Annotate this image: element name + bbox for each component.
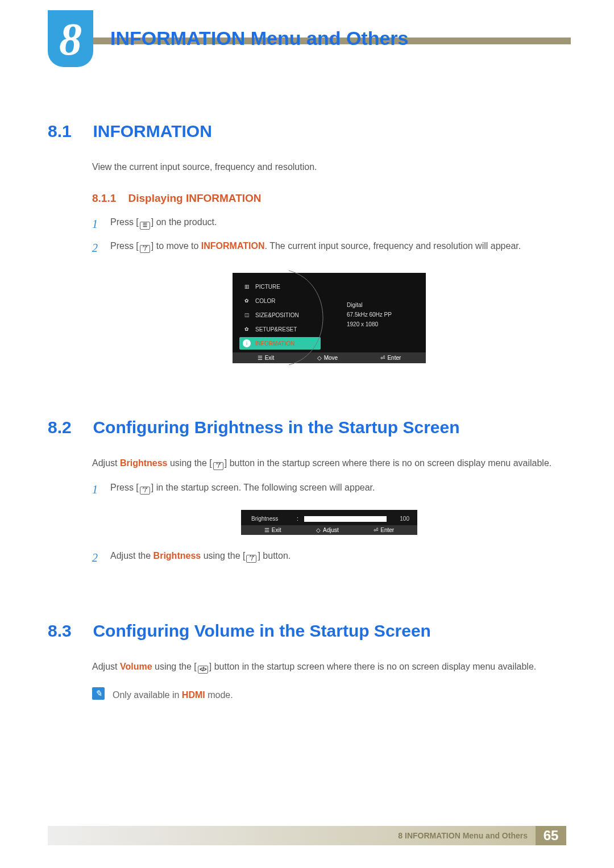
section-number: 8.1	[48, 122, 90, 141]
note: ✎ Only available in HDMI mode.	[92, 687, 566, 702]
section-title: Configuring Volume in the Startup Screen	[93, 621, 430, 641]
size-icon: ◫	[243, 311, 251, 319]
setup-icon: ✿	[243, 325, 251, 333]
enter-icon: ⏎	[380, 355, 385, 361]
section-8-2: 8.2 Configuring Brightness in the Startu…	[48, 418, 566, 567]
step-2: 2 Press [˄/˅] to move to INFORMATION. Th…	[92, 239, 566, 257]
page-number: 65	[536, 826, 566, 845]
brightness-bar	[304, 516, 387, 522]
subsection-title: Displaying INFORMATION	[128, 192, 262, 204]
brightness-label: Brightness	[251, 516, 291, 522]
info-icon: i	[243, 339, 251, 347]
section-description: View the current input source, frequency…	[92, 160, 566, 174]
section-8-1: 8.1 INFORMATION View the current input s…	[48, 122, 566, 363]
section-description: Adjust Volume using the [</>] button in …	[92, 660, 566, 674]
color-icon: ✿	[243, 297, 251, 305]
menu-icon: ☰	[264, 527, 269, 533]
page-footer: 8 INFORMATION Menu and Others 65	[48, 826, 566, 845]
diamond-icon: ◇	[316, 527, 321, 533]
updown-button-icon: ˄/˅	[213, 462, 223, 470]
osd-menu-figure: ▥PICTURE ✿COLOR ◫SIZE&POSITION ✿SETUP&RE…	[233, 273, 426, 363]
section-title: INFORMATION	[93, 122, 211, 141]
section-8-3: 8.3 Configuring Volume in the Startup Sc…	[48, 621, 566, 702]
section-description: Adjust Brightness using the [˄/˅] button…	[92, 456, 566, 470]
picture-icon: ▥	[243, 283, 251, 290]
menu-icon: ☰	[258, 355, 263, 361]
leftright-button-icon: </>	[198, 666, 208, 674]
updown-button-icon: ˄/˅	[246, 555, 256, 563]
step-1: 1 Press [☰] on the product.	[92, 215, 566, 233]
osd-arc-decoration	[283, 268, 358, 399]
subsection-heading: 8.1.1 Displaying INFORMATION	[92, 192, 566, 205]
menu-button-icon: ☰	[140, 222, 150, 230]
chapter-title: INFORMATION Menu and Others	[110, 27, 408, 49]
footer-text: 8 INFORMATION Menu and Others	[398, 831, 528, 840]
step-2: 2 Adjust the Brightness using the [˄/˅] …	[92, 549, 566, 567]
brightness-osd-figure: Brightness : 100 ☰Exit ◇Adjust ⏎Enter	[241, 510, 417, 535]
updown-button-icon: ˄/˅	[140, 487, 150, 495]
subsection-number: 8.1.1	[92, 192, 116, 204]
brightness-osd-footer: ☰Exit ◇Adjust ⏎Enter	[241, 525, 417, 535]
brightness-value: 100	[392, 516, 409, 522]
page-header: 8 INFORMATION Menu and Others	[0, 10, 614, 67]
section-number: 8.3	[48, 621, 90, 641]
section-number: 8.2	[48, 418, 90, 437]
enter-icon: ⏎	[374, 527, 378, 533]
section-title: Configuring Brightness in the Startup Sc…	[93, 418, 459, 437]
step-1: 1 Press [˄/˅] in the startup screen. The…	[92, 480, 566, 499]
updown-button-icon: ˄/˅	[140, 245, 150, 253]
note-icon: ✎	[92, 687, 105, 700]
chapter-number-badge: 8	[48, 10, 93, 67]
